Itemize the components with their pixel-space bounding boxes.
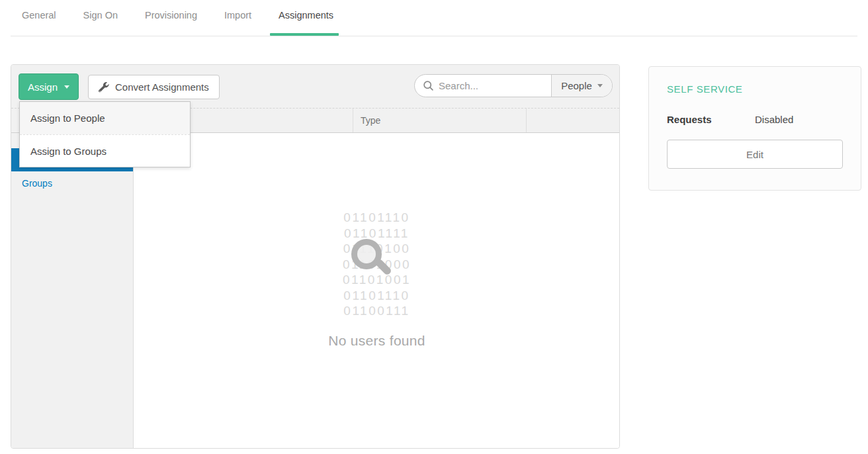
tab-assignments[interactable]: Assignments (279, 10, 333, 36)
search-group: People (414, 74, 613, 97)
search-input[interactable] (439, 80, 538, 91)
caret-down-icon (64, 85, 69, 89)
self-service-row: Requests Disabled (667, 114, 843, 125)
assign-button-label: Assign (28, 81, 58, 93)
menu-item-assign-to-people[interactable]: Assign to People (20, 102, 190, 134)
caret-down-icon (597, 84, 603, 87)
assign-button[interactable]: Assign (19, 73, 79, 100)
binary-text: 01101001 (134, 272, 619, 288)
sidebar-item-groups[interactable]: Groups (11, 171, 133, 195)
self-service-panel: SELF SERVICE Requests Disabled Edit (648, 66, 861, 191)
binary-text: 01100111 (134, 303, 619, 319)
magnifier-icon (351, 239, 382, 269)
wrench-icon (99, 82, 109, 93)
app-tabs: General Sign On Provisioning Import Assi… (22, 10, 333, 36)
search-box[interactable] (415, 75, 551, 97)
tab-general[interactable]: General (22, 10, 56, 36)
convert-assignments-button[interactable]: Convert Assignments (88, 75, 220, 99)
search-filter-value: People (561, 80, 592, 91)
requests-value: Disabled (755, 114, 793, 125)
binary-text: 01101111 (134, 226, 619, 242)
search-filter-dropdown[interactable]: People (551, 75, 612, 97)
convert-assignments-label: Convert Assignments (115, 81, 209, 93)
assignments-content: 01101110 01101111 01110100 01101000 0110… (134, 133, 619, 448)
search-icon (423, 80, 434, 91)
column-header-type: Type (353, 109, 526, 132)
tab-import[interactable]: Import (224, 10, 251, 36)
self-service-title: SELF SERVICE (667, 83, 843, 95)
requests-label: Requests (667, 114, 755, 125)
column-header-actions (526, 109, 619, 132)
binary-text: 01101110 (134, 210, 619, 226)
empty-state: 01101110 01101111 01110100 01101000 0110… (134, 210, 619, 349)
binary-text: 01101110 (134, 288, 619, 304)
assignments-panel: Assign Convert Assignments (11, 64, 620, 449)
tab-provisioning[interactable]: Provisioning (145, 10, 197, 36)
empty-state-message: No users found (134, 333, 619, 349)
tab-sign-on[interactable]: Sign On (83, 10, 118, 36)
tabbar-divider (11, 36, 857, 36)
assign-dropdown-menu: Assign to People Assign to Groups (19, 101, 191, 167)
edit-button[interactable]: Edit (667, 140, 843, 169)
assignment-filter-sidebar: Groups (11, 133, 134, 448)
menu-item-assign-to-groups[interactable]: Assign to Groups (20, 134, 190, 167)
